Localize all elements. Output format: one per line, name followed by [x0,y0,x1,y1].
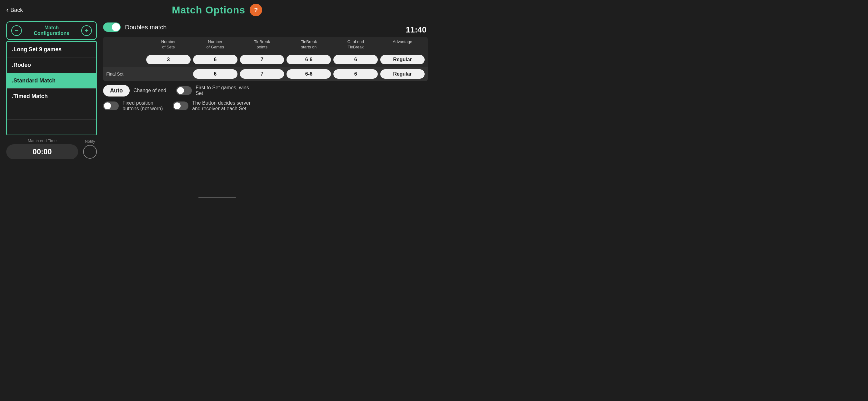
doubles-label: Doubles match [125,24,166,31]
button-decides-label: The Button decides server and receiver a… [192,100,251,111]
options-row-1: Auto Change of end First to Set games, w… [103,85,428,97]
toggle-knob-sm-2 [104,102,111,109]
remove-config-button[interactable]: − [11,25,22,36]
row1-tiebreak-starts[interactable]: 6-6 [286,55,331,64]
page-title: Match Options [172,4,245,16]
row1-c-of-end[interactable]: 6 [333,55,378,64]
doubles-row: Doubles match [103,21,428,33]
col-advantage: Advantage [380,39,425,50]
toggle-knob-sm-3 [174,102,181,109]
notify-label: Notify [85,139,95,144]
help-button[interactable]: ? [250,4,262,16]
col-num-sets: Numberof Sets [146,39,191,50]
change-of-end-group: Auto Change of end [103,85,166,97]
config-header: − Match Configurations + [6,21,97,40]
toggle-knob [112,23,120,31]
config-item-long-set[interactable]: .Long Set 9 games [7,42,96,58]
config-list: .Long Set 9 games .Rodeo .Standard Match… [6,41,97,135]
row1-advantage[interactable]: Regular [380,55,425,64]
toggle-knob-sm [177,87,184,94]
col-label [106,39,144,50]
minus-icon: − [15,27,19,35]
bottom-options-row: Fixed position buttons (not worn) The Bu… [103,100,428,111]
button-decides-group: The Button decides server and receiver a… [173,100,251,111]
row2-num-games[interactable]: 6 [193,69,238,79]
right-panel: Doubles match Numberof Sets Numberof Gam… [103,21,428,159]
config-title: Match Configurations [22,25,81,36]
match-end-time-value[interactable]: 00:00 [6,144,78,159]
left-panel: − Match Configurations + .Long Set 9 gam… [6,21,97,159]
config-item-rodeo[interactable]: .Rodeo [7,58,96,73]
back-chevron-icon: ‹ [6,6,8,14]
col-tiebreak-starts: TieBreakstarts on [286,39,331,50]
scroll-indicator [198,197,236,198]
row2-tiebreak-points[interactable]: 7 [240,69,284,79]
stats-table: Numberof Sets Numberof Games TieBreakpoi… [103,37,428,81]
button-decides-toggle[interactable] [173,101,188,110]
change-of-end-label: Change of end [133,88,166,93]
row1-num-sets[interactable]: 3 [146,55,191,64]
first-to-set-toggle[interactable] [176,86,192,95]
col-num-games: Numberof Games [193,39,238,50]
fixed-position-group: Fixed position buttons (not worn) [103,100,163,111]
col-c-of-end: C. of endTieBreak [333,39,378,50]
back-label: Back [10,7,23,13]
col-tiebreak-points: TieBreakpoints [240,39,284,50]
notify-button[interactable] [83,145,97,159]
match-end-time-section: Match end Time 00:00 [6,138,78,159]
match-end-time-label: Match end Time [6,138,78,143]
row2-label: Final Set [106,71,144,76]
config-item-empty-2 [7,120,96,135]
header: ‹ Back Match Options ? [0,0,434,20]
row1-num-games[interactable]: 6 [193,55,238,64]
add-config-button[interactable]: + [81,25,92,36]
row2-c-of-end[interactable]: 6 [333,69,378,79]
bottom-controls: Match end Time 00:00 Notify [6,138,97,159]
back-button[interactable]: ‹ Back [6,6,23,14]
fixed-position-label: Fixed position buttons (not worn) [122,100,163,111]
doubles-toggle[interactable] [103,23,121,32]
auto-button[interactable]: Auto [103,85,130,97]
first-to-set-label: First to Set games, wins Set [195,85,249,96]
main-content: − Match Configurations + .Long Set 9 gam… [0,21,434,159]
first-to-set-group: First to Set games, wins Set [176,85,249,96]
plus-icon: + [85,27,89,35]
row1-tiebreak-points[interactable]: 7 [240,55,284,64]
config-item-empty-1 [7,104,96,120]
help-icon: ? [254,6,258,14]
config-item-timed-match[interactable]: .Timed Match [7,89,96,104]
notify-section: Notify [83,139,97,159]
config-item-standard-match[interactable]: .Standard Match [7,73,96,89]
stats-row-2: Final Set 6 7 6-6 6 Regular [103,67,428,81]
row2-tiebreak-starts[interactable]: 6-6 [286,69,331,79]
stats-header-row: Numberof Sets Numberof Games TieBreakpoi… [103,37,428,53]
stats-row-1: 3 6 7 6-6 6 Regular [103,53,428,67]
time-display: 11:40 [406,25,427,35]
row2-advantage[interactable]: Regular [380,69,425,79]
fixed-position-toggle[interactable] [103,101,119,110]
